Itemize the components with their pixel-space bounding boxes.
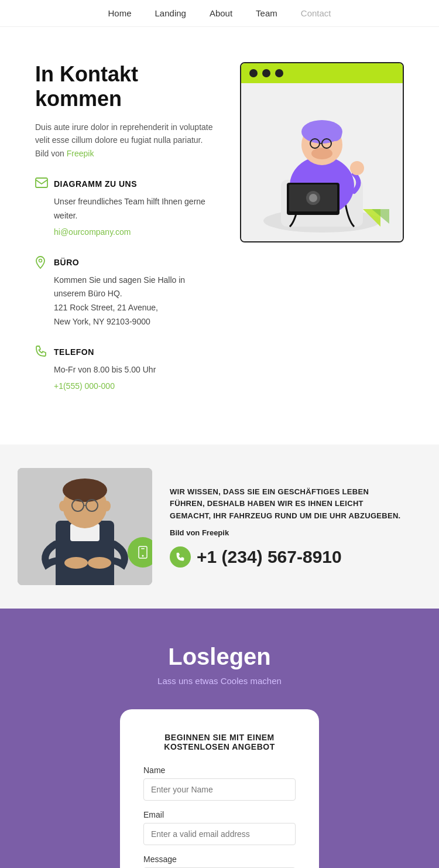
contact-heading: In Kontakt kommen xyxy=(35,62,217,111)
message-field-group: Message xyxy=(143,855,296,868)
nav-contact[interactable]: Contact xyxy=(301,8,331,18)
phone-icon-contact xyxy=(35,346,48,358)
svg-point-32 xyxy=(142,555,144,557)
nav-team[interactable]: Team xyxy=(256,8,277,18)
email-title: DIAGRAMM ZU UNS xyxy=(54,179,137,189)
nav-landing[interactable]: Landing xyxy=(155,8,186,18)
phone-number-display: +1 (234) 567-8910 xyxy=(170,546,404,568)
message-label: Message xyxy=(143,855,296,864)
contact-intro: Duis aute irure dolor in reprehenderit i… xyxy=(35,121,217,160)
email-input[interactable] xyxy=(143,823,296,845)
bild-label: Bild von Freepik xyxy=(170,528,404,537)
name-field-group: Name xyxy=(143,766,296,801)
nav-home[interactable]: Home xyxy=(108,8,132,18)
svg-point-1 xyxy=(39,259,42,262)
svg-point-15 xyxy=(309,194,317,202)
form-title: BEGINNEN SIE MIT EINEM KOSTENLOSEN ANGEB… xyxy=(143,733,296,751)
navigation: Home Landing About Team Contact xyxy=(0,0,439,27)
phone-number-text: +1 (234) 567-8910 xyxy=(197,547,342,567)
svg-point-29 xyxy=(64,557,88,569)
phone-number-icon xyxy=(170,546,191,568)
dot-3 xyxy=(275,69,283,77)
contact-left: In Kontakt kommen Duis aute irure dolor … xyxy=(35,62,217,409)
phone-person-image xyxy=(18,468,152,585)
nav-about[interactable]: About xyxy=(210,8,232,18)
phone-body: Mo-Fr von 8.00 bis 5.00 Uhr +1(555) 000-… xyxy=(35,363,217,394)
svg-rect-33 xyxy=(141,548,145,549)
contact-illustration xyxy=(240,62,404,409)
freepik-link[interactable]: Freepik xyxy=(67,149,94,158)
email-body: Unser freundliches Team hilft Ihnen gern… xyxy=(35,195,217,239)
contact-item-email: DIAGRAMM ZU UNS Unser freundliches Team … xyxy=(35,177,217,239)
browser-bar xyxy=(241,63,403,83)
purple-cta-section: Loslegen Lass uns etwas Cooles machen BE… xyxy=(0,609,439,868)
email-icon xyxy=(35,177,48,190)
svg-rect-0 xyxy=(36,178,47,187)
person-placeholder xyxy=(18,468,152,585)
browser-mockup xyxy=(240,62,404,242)
svg-point-27 xyxy=(59,501,66,511)
loslegen-heading: Loslegen xyxy=(168,644,271,670)
browser-body xyxy=(241,83,403,241)
dot-2 xyxy=(262,69,270,77)
phone-link[interactable]: +1(555) 000-000 xyxy=(54,380,217,394)
phone-tagline: WIR WISSEN, DASS SIE EIN GESCHÄFTIGES LE… xyxy=(170,486,404,522)
contact-item-phone: TELEFON Mo-Fr von 8.00 bis 5.00 Uhr +1(5… xyxy=(35,346,217,394)
office-title: BÜRO xyxy=(54,258,79,267)
office-body: Kommen Sie und sagen Sie Hallo in unsere… xyxy=(35,274,217,329)
phone-cta-right: WIR WISSEN, DASS SIE EIN GESCHÄFTIGES LE… xyxy=(152,468,421,585)
name-label: Name xyxy=(143,766,296,775)
contact-info-section: In Kontakt kommen Duis aute irure dolor … xyxy=(0,27,439,445)
svg-point-7 xyxy=(328,127,342,141)
phone-cta-section: WIR WISSEN, DASS SIE EIN GESCHÄFTIGES LE… xyxy=(0,445,439,609)
office-icon xyxy=(35,256,48,269)
svg-point-23 xyxy=(63,479,107,502)
svg-point-16 xyxy=(350,161,364,175)
email-link[interactable]: hi@ourcompany.com xyxy=(54,225,217,240)
svg-point-28 xyxy=(104,501,111,511)
contact-item-office: BÜRO Kommen Sie und sagen Sie Hallo in u… xyxy=(35,256,217,329)
svg-point-30 xyxy=(88,557,111,569)
contact-form-card: BEGINNEN SIE MIT EINEM KOSTENLOSEN ANGEB… xyxy=(120,709,319,868)
loslegen-subtitle: Lass uns etwas Cooles machen xyxy=(157,676,282,686)
email-field-group: Email xyxy=(143,810,296,845)
dot-1 xyxy=(249,69,258,77)
name-input[interactable] xyxy=(143,778,296,801)
svg-point-8 xyxy=(311,148,332,159)
email-label: Email xyxy=(143,810,296,819)
phone-title: TELEFON xyxy=(54,347,94,357)
